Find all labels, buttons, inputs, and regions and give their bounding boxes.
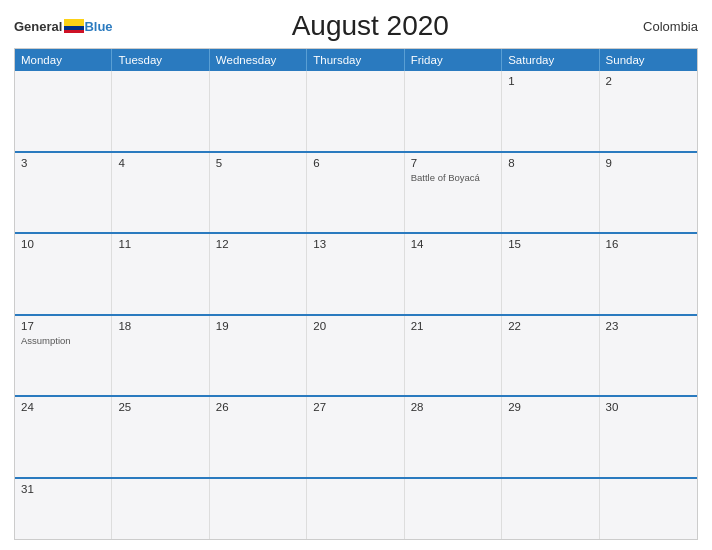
week-6: 31 <box>15 477 697 539</box>
day-cell: 18 <box>112 316 209 396</box>
day-cell: 20 <box>307 316 404 396</box>
day-cell: 1 <box>502 71 599 151</box>
day-number: 31 <box>21 483 105 495</box>
day-number: 21 <box>411 320 495 332</box>
day-number: 7 <box>411 157 495 169</box>
day-number: 29 <box>508 401 592 413</box>
day-cell <box>210 71 307 151</box>
day-cell: 12 <box>210 234 307 314</box>
week-5: 24252627282930 <box>15 395 697 477</box>
day-number: 30 <box>606 401 691 413</box>
day-number: 23 <box>606 320 691 332</box>
day-number: 6 <box>313 157 397 169</box>
header: General Blue August 2020 Colombia <box>14 10 698 42</box>
day-cell: 15 <box>502 234 599 314</box>
day-cell: 3 <box>15 153 112 233</box>
header-saturday: Saturday <box>502 49 599 71</box>
day-number: 12 <box>216 238 300 250</box>
day-number: 22 <box>508 320 592 332</box>
day-cell: 23 <box>600 316 697 396</box>
header-sunday: Sunday <box>600 49 697 71</box>
header-wednesday: Wednesday <box>210 49 307 71</box>
day-cell <box>112 71 209 151</box>
calendar-title: August 2020 <box>113 10 628 42</box>
day-cell <box>600 479 697 539</box>
day-cell: 22 <box>502 316 599 396</box>
header-thursday: Thursday <box>307 49 404 71</box>
day-cell: 29 <box>502 397 599 477</box>
day-cell <box>405 479 502 539</box>
day-number: 28 <box>411 401 495 413</box>
page: General Blue August 2020 Colombia Monday… <box>0 0 712 550</box>
day-number: 3 <box>21 157 105 169</box>
day-cell: 5 <box>210 153 307 233</box>
day-cell: 25 <box>112 397 209 477</box>
day-event: Assumption <box>21 335 105 346</box>
day-cell <box>307 71 404 151</box>
day-cell: 8 <box>502 153 599 233</box>
day-number: 8 <box>508 157 592 169</box>
calendar-body: 1234567Battle of Boyacá89101112131415161… <box>15 71 697 539</box>
day-cell: 11 <box>112 234 209 314</box>
day-cell: 10 <box>15 234 112 314</box>
day-cell <box>405 71 502 151</box>
calendar: Monday Tuesday Wednesday Thursday Friday… <box>14 48 698 540</box>
day-number: 11 <box>118 238 202 250</box>
day-number: 1 <box>508 75 592 87</box>
day-cell: 21 <box>405 316 502 396</box>
day-cell: 7Battle of Boyacá <box>405 153 502 233</box>
day-cell: 26 <box>210 397 307 477</box>
day-cell: 6 <box>307 153 404 233</box>
day-cell: 4 <box>112 153 209 233</box>
day-cell: 28 <box>405 397 502 477</box>
day-number: 18 <box>118 320 202 332</box>
day-number: 13 <box>313 238 397 250</box>
day-number: 25 <box>118 401 202 413</box>
day-cell <box>210 479 307 539</box>
day-cell: 19 <box>210 316 307 396</box>
week-4: 17Assumption181920212223 <box>15 314 697 396</box>
day-number: 24 <box>21 401 105 413</box>
logo: General Blue <box>14 19 113 33</box>
day-number: 16 <box>606 238 691 250</box>
day-number: 9 <box>606 157 691 169</box>
logo-blue-text: Blue <box>84 20 112 33</box>
week-3: 10111213141516 <box>15 232 697 314</box>
logo-flag-icon <box>64 19 84 33</box>
day-number: 27 <box>313 401 397 413</box>
week-1: 12 <box>15 71 697 151</box>
day-event: Battle of Boyacá <box>411 172 495 183</box>
header-tuesday: Tuesday <box>112 49 209 71</box>
country-label: Colombia <box>628 19 698 34</box>
day-cell: 14 <box>405 234 502 314</box>
day-number: 15 <box>508 238 592 250</box>
day-number: 14 <box>411 238 495 250</box>
day-cell: 24 <box>15 397 112 477</box>
day-number: 10 <box>21 238 105 250</box>
day-cell: 9 <box>600 153 697 233</box>
day-cell <box>15 71 112 151</box>
day-number: 4 <box>118 157 202 169</box>
day-cell: 13 <box>307 234 404 314</box>
day-cell: 27 <box>307 397 404 477</box>
day-cell <box>502 479 599 539</box>
day-cell: 17Assumption <box>15 316 112 396</box>
day-cell <box>307 479 404 539</box>
header-monday: Monday <box>15 49 112 71</box>
header-friday: Friday <box>405 49 502 71</box>
day-number: 19 <box>216 320 300 332</box>
day-number: 2 <box>606 75 691 87</box>
day-cell <box>112 479 209 539</box>
logo-general-text: General <box>14 20 62 33</box>
day-cell: 16 <box>600 234 697 314</box>
day-cell: 2 <box>600 71 697 151</box>
day-cell: 31 <box>15 479 112 539</box>
week-2: 34567Battle of Boyacá89 <box>15 151 697 233</box>
day-number: 26 <box>216 401 300 413</box>
day-number: 17 <box>21 320 105 332</box>
day-number: 20 <box>313 320 397 332</box>
day-number: 5 <box>216 157 300 169</box>
calendar-header-row: Monday Tuesday Wednesday Thursday Friday… <box>15 49 697 71</box>
day-cell: 30 <box>600 397 697 477</box>
